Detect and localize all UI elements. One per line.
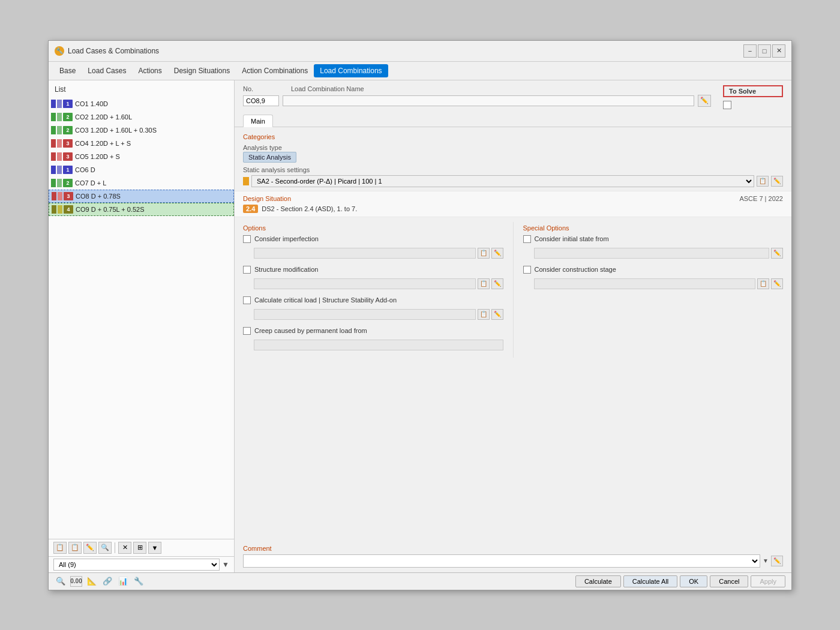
- comment-select[interactable]: [243, 554, 760, 568]
- option-construction-checkbox[interactable]: [523, 266, 531, 274]
- settings-label: Static analysis settings: [243, 166, 783, 173]
- cons-copy-btn[interactable]: 📋: [757, 278, 769, 289]
- no-input[interactable]: [243, 95, 279, 106]
- paste-btn[interactable]: 📋: [68, 542, 82, 554]
- to-solve-checkbox[interactable]: [723, 101, 731, 109]
- num-badge: 2: [63, 179, 73, 187]
- no-name-group: No. Load Combination Name ✏️: [243, 85, 711, 107]
- name-input[interactable]: [283, 95, 694, 106]
- color-indicator: [51, 126, 56, 134]
- no-name-inputs: ✏️: [243, 95, 711, 107]
- categories-section: Categories Analysis type Static Analysis…: [235, 127, 791, 191]
- crit-edit-btn[interactable]: ✏️: [491, 309, 503, 320]
- num-badge: 2: [63, 113, 73, 121]
- settings-color: [243, 177, 249, 185]
- name-edit-button[interactable]: ✏️: [698, 95, 711, 107]
- cancel-button[interactable]: Cancel: [710, 575, 748, 587]
- settings-copy-btn[interactable]: 📋: [757, 176, 769, 187]
- imp-edit-btn[interactable]: ✏️: [491, 248, 503, 259]
- window-title: Load Cases & Combinations: [68, 47, 159, 55]
- maximize-button[interactable]: □: [758, 44, 771, 58]
- option-creep-checkbox[interactable]: [243, 327, 251, 335]
- special-options-right: Special Options Consider initial state f…: [513, 222, 784, 358]
- settings-select[interactable]: SA2 - Second-order (P-Δ) | Picard | 100 …: [251, 175, 754, 187]
- status-left: 🔍 0.00 📐 🔗 📊 🔧: [55, 576, 145, 587]
- calculate-button[interactable]: Calculate: [575, 575, 621, 587]
- option-critical-checkbox[interactable]: [243, 296, 251, 304]
- combo-label: CO7 D + L: [75, 179, 106, 187]
- main-content: List 1 CO1 1.40D 2 CO2 1.20D + 1.60L: [49, 80, 791, 572]
- cons-edit-btn[interactable]: ✏️: [771, 278, 783, 289]
- menu-design-situations[interactable]: Design Situations: [168, 64, 236, 77]
- name-label: Load Combination Name: [291, 85, 364, 92]
- num-badge: 3: [63, 152, 73, 161]
- apply-button[interactable]: Apply: [751, 575, 785, 587]
- status-icon-1[interactable]: 🔍: [55, 576, 67, 587]
- imp-copy-btn[interactable]: 📋: [478, 248, 490, 259]
- tab-main[interactable]: Main: [243, 115, 273, 127]
- combo-label: CO1 1.40D: [75, 100, 108, 107]
- filter-select[interactable]: All (9): [53, 559, 220, 571]
- option-creep-row: Creep caused by permanent load from: [243, 327, 503, 335]
- option-initial-checkbox[interactable]: [523, 235, 531, 243]
- num-badge: 3: [63, 139, 73, 148]
- option-structure-checkbox[interactable]: [243, 266, 251, 274]
- menu-actions[interactable]: Actions: [132, 64, 167, 77]
- grid-btn[interactable]: ⊞: [133, 542, 146, 554]
- str-edit-btn[interactable]: ✏️: [491, 278, 503, 289]
- comment-row: ▼ ✏️: [243, 554, 783, 568]
- search-btn[interactable]: 🔍: [98, 542, 112, 554]
- status-icon-2[interactable]: 0.00: [70, 576, 82, 587]
- dropdown-btn[interactable]: ▼: [148, 542, 161, 554]
- title-bar: 🔧 Load Cases & Combinations − □ ✕: [49, 41, 791, 62]
- menu-base[interactable]: Base: [53, 64, 82, 77]
- edit-btn[interactable]: ✏️: [83, 542, 97, 554]
- options-row: Options Consider imperfection 📋 ✏️: [235, 217, 791, 362]
- combo-label: CO8 D + 0.78S: [76, 193, 121, 200]
- option-imperfection-inputs: 📋 ✏️: [254, 248, 503, 259]
- list-item[interactable]: 2 CO2 1.20D + 1.60L: [49, 110, 234, 124]
- color-indicator2: [57, 166, 62, 174]
- str-copy-btn[interactable]: 📋: [478, 278, 490, 289]
- close-button[interactable]: ✕: [772, 44, 785, 58]
- combo-label: CO4 1.20D + L + S: [75, 140, 131, 147]
- ds-badge: 2.4: [243, 205, 258, 213]
- list-item[interactable]: 1 CO6 D: [49, 163, 234, 176]
- options-title: Options: [243, 224, 503, 232]
- structure-input: [254, 278, 476, 289]
- delete-btn[interactable]: ✕: [118, 542, 131, 554]
- crit-copy-btn[interactable]: 📋: [478, 309, 490, 320]
- ok-button[interactable]: OK: [680, 575, 707, 587]
- copy-btn[interactable]: 📋: [53, 542, 67, 554]
- init-edit-btn[interactable]: ✏️: [771, 248, 783, 259]
- option-structure-row: Structure modification: [243, 266, 503, 274]
- list-item[interactable]: 1 CO1 1.40D: [49, 97, 234, 110]
- filter-row: All (9) ▼: [49, 556, 234, 572]
- creep-input: [254, 340, 503, 350]
- window-icon: 🔧: [55, 46, 64, 56]
- comment-section: Comment ▼ ✏️: [235, 540, 791, 572]
- num-badge: 3: [64, 192, 73, 200]
- list-item[interactable]: 2 CO7 D + L: [49, 176, 234, 190]
- list-item[interactable]: 2 CO3 1.20D + 1.60L + 0.30S: [49, 124, 234, 137]
- list-item-co8[interactable]: 3 CO8 D + 0.78S: [49, 190, 234, 203]
- status-icon-5[interactable]: 📊: [117, 576, 129, 587]
- list-item-co9[interactable]: 4 CO9 D + 0.75L + 0.52S: [49, 203, 234, 216]
- color-indicator: [51, 100, 56, 108]
- status-icon-6[interactable]: 🔧: [133, 576, 145, 587]
- status-icon-4[interactable]: 🔗: [101, 576, 113, 587]
- list-item[interactable]: 3 CO5 1.20D + S: [49, 150, 234, 163]
- option-imperfection-checkbox[interactable]: [243, 235, 251, 243]
- status-icon-3[interactable]: 📐: [86, 576, 98, 587]
- calculate-all-button[interactable]: Calculate All: [623, 575, 678, 587]
- list-item[interactable]: 3 CO4 1.20D + L + S: [49, 137, 234, 150]
- menu-load-cases[interactable]: Load Cases: [82, 64, 132, 77]
- comment-edit-btn[interactable]: ✏️: [771, 556, 783, 566]
- color-indicator2: [57, 139, 62, 148]
- minimize-button[interactable]: −: [743, 44, 757, 58]
- menu-load-combinations[interactable]: Load Combinations: [314, 64, 388, 77]
- menu-action-combinations[interactable]: Action Combinations: [236, 64, 314, 77]
- color-indicator2: [57, 100, 62, 108]
- initial-input: [534, 248, 770, 259]
- settings-edit-btn[interactable]: ✏️: [771, 176, 783, 187]
